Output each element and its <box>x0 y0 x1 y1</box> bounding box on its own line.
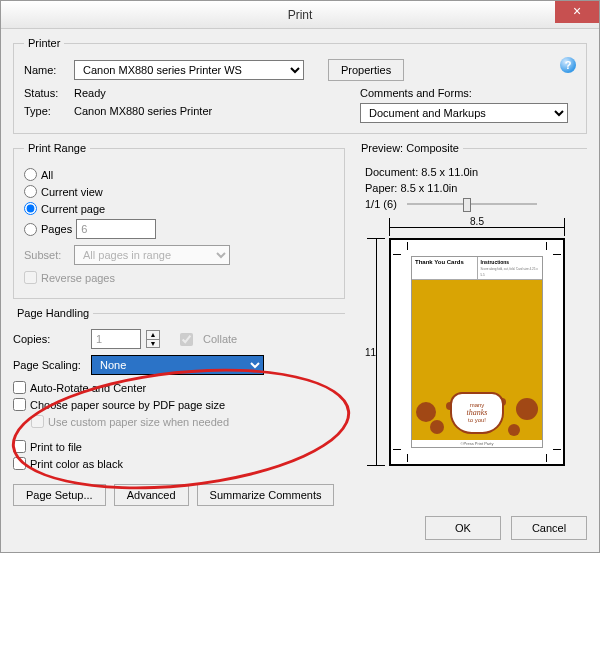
range-all-radio[interactable] <box>24 168 37 181</box>
close-button[interactable]: × <box>555 1 599 23</box>
preview-frame: 8.5 11 <box>367 218 577 466</box>
reverse-pages-label: Reverse pages <box>41 272 115 284</box>
range-pages-radio[interactable] <box>24 223 37 236</box>
range-pages-label: Pages <box>41 223 72 235</box>
custom-paper-label: Use custom paper size when needed <box>48 416 229 428</box>
range-currentview-label: Current view <box>41 186 103 198</box>
titlebar: Print × <box>1 1 599 29</box>
handling-legend: Page Handling <box>13 307 93 319</box>
paper-source-check[interactable] <box>13 398 26 411</box>
spin-down-icon[interactable]: ▼ <box>146 339 160 348</box>
scaling-label: Page Scaling: <box>13 359 85 371</box>
copies-input[interactable] <box>91 329 141 349</box>
spin-up-icon[interactable]: ▲ <box>146 330 160 339</box>
auto-rotate-check[interactable] <box>13 381 26 394</box>
print-to-file-label: Print to file <box>30 441 82 453</box>
print-color-black-label: Print color as black <box>30 458 123 470</box>
summarize-comments-button[interactable]: Summarize Comments <box>197 484 335 506</box>
status-label: Status: <box>24 87 68 99</box>
reverse-pages-check[interactable] <box>24 271 37 284</box>
properties-button[interactable]: Properties <box>328 59 404 81</box>
ok-button[interactable]: OK <box>425 516 501 540</box>
print-range-group: Print Range All Current view Current pag… <box>13 142 345 299</box>
range-currentpage-radio[interactable] <box>24 202 37 215</box>
auto-rotate-label: Auto-Rotate and Center <box>30 382 146 394</box>
preview-group: Preview: Composite Document: 8.5 x 11.0i… <box>357 142 587 466</box>
copies-label: Copies: <box>13 333 85 345</box>
paper-source-label: Choose paper source by PDF page size <box>30 399 225 411</box>
printer-name-label: Name: <box>24 64 68 76</box>
copies-spinner[interactable]: ▲▼ <box>146 330 160 348</box>
print-dialog: Print × Printer ? Name: Canon MX880 seri… <box>0 0 600 553</box>
preview-doc: Document: 8.5 x 11.0in <box>365 166 587 178</box>
dim-width: 8.5 <box>389 218 565 236</box>
printer-name-select[interactable]: Canon MX880 series Printer WS <box>74 60 304 80</box>
subset-label: Subset: <box>24 249 68 261</box>
subset-select[interactable]: All pages in range <box>74 245 230 265</box>
type-value: Canon MX880 series Printer <box>74 105 212 117</box>
pages-input[interactable] <box>76 219 156 239</box>
collate-label: Collate <box>203 333 237 345</box>
preview-card-title: Thank You Cards <box>412 257 478 279</box>
zoom-slider[interactable] <box>407 196 537 212</box>
preview-medallion: many thanks to you! <box>450 392 504 434</box>
preview-zoom: 1/1 (6) <box>365 198 397 210</box>
print-to-file-check[interactable] <box>13 440 26 453</box>
cancel-button[interactable]: Cancel <box>511 516 587 540</box>
status-value: Ready <box>74 87 106 99</box>
type-label: Type: <box>24 105 68 117</box>
advanced-button[interactable]: Advanced <box>114 484 189 506</box>
custom-paper-check[interactable] <box>31 415 44 428</box>
range-currentpage-label: Current page <box>41 203 105 215</box>
preview-paper: Paper: 8.5 x 11.0in <box>365 182 587 194</box>
print-color-black-check[interactable] <box>13 457 26 470</box>
printer-legend: Printer <box>24 37 64 49</box>
dim-height: 11 <box>367 238 385 466</box>
preview-page: Thank You Cards InstructionsScore along … <box>389 238 565 466</box>
page-setup-button[interactable]: Page Setup... <box>13 484 106 506</box>
comments-label: Comments and Forms: <box>360 87 576 99</box>
page-handling-group: Page Handling Copies: ▲▼ Collate Page Sc… <box>13 307 345 432</box>
range-legend: Print Range <box>24 142 90 154</box>
comments-select[interactable]: Document and Markups <box>360 103 568 123</box>
preview-footer: ©Press Print Party <box>412 440 542 447</box>
preview-instructions-title: InstructionsScore along fold, cut, fold.… <box>478 257 543 279</box>
help-icon[interactable]: ? <box>560 57 576 73</box>
range-currentview-radio[interactable] <box>24 185 37 198</box>
range-all-label: All <box>41 169 53 181</box>
window-title: Print <box>288 8 313 22</box>
page-scaling-select[interactable]: None <box>91 355 264 375</box>
collate-check[interactable] <box>180 333 193 346</box>
printer-group: Printer ? Name: Canon MX880 series Print… <box>13 37 587 134</box>
preview-legend: Preview: Composite <box>357 142 463 154</box>
